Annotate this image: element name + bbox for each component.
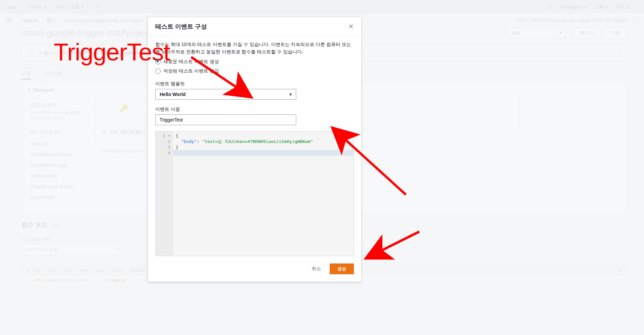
cancel-button[interactable]: 취소 [312,266,321,272]
event-template-label: 이벤트 템플릿 [155,81,354,87]
radio-icon [155,68,161,74]
event-template-select[interactable]: Hello World ▾ [155,89,296,100]
test-event-modal: 테스트 이벤트 구성 ✕ 함수는 최대 10개의 테스트 이벤트를 가질 수 있… [148,17,362,282]
radio-new-event[interactable]: 새로운 테스트 이벤트 생성 [155,59,354,65]
editor-active-line [173,150,354,156]
chevron-down-icon: ▾ [289,92,292,97]
radio-saved-event[interactable]: 저장된 테스트 이벤트 편집 [155,68,354,74]
modal-description: 함수는 최대 10개의 테스트 이벤트를 가질 수 있습니다. 이벤트는 지속되… [155,41,354,55]
editor-code[interactable]: { "body": "text=김 치&token=XYNDWH9iaoLCsS… [173,132,354,256]
modal-title: 테스트 이벤트 구성 [155,22,348,31]
event-name-input[interactable] [155,114,296,125]
radio-icon [155,59,161,64]
editor-gutter: 1 ▾ 2 3 4 [156,132,173,256]
create-button[interactable]: 생성 [330,264,354,274]
json-editor[interactable]: 1 ▾ 2 3 4 { "body": "text=김 치&token=XYND… [155,131,354,256]
event-name-label: 이벤트 이름 [155,106,354,112]
fold-icon: ▾ [168,133,170,138]
close-icon[interactable]: ✕ [348,23,354,30]
